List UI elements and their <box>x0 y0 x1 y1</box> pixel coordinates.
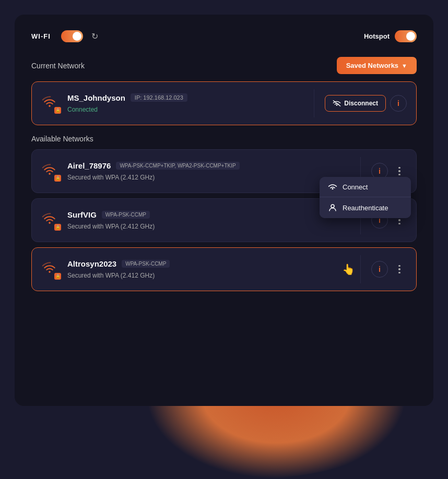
disconnect-label: Disconnect <box>344 100 378 107</box>
header-row: WI-FI ↻ Hotspot <box>31 30 417 42</box>
dot3 <box>398 272 400 274</box>
dot2 <box>398 268 400 270</box>
connect-label: Connect <box>343 183 368 191</box>
altrosyn-divider <box>360 255 361 283</box>
airel-dropdown-menu: Connect Reauthenticate <box>320 177 411 218</box>
airel-network-name: Airel_78976 <box>67 161 111 170</box>
current-network-title: Current Network <box>31 62 85 70</box>
dot1 <box>398 167 400 169</box>
altrosyn-security-badge: WPA-PSK-CCMP <box>122 260 170 268</box>
surfvig-wifi-icon-container: 🔒 <box>41 211 60 230</box>
altrosyn-info-icon: i <box>379 265 381 273</box>
altrosyn-network-actions: i <box>371 261 407 278</box>
svg-point-1 <box>331 205 334 208</box>
network-card-altrosyn: 🔒 Altrosyn2023 WPA-PSK-CCMP Secured with… <box>31 247 417 291</box>
connected-network-card: 🔒 MS_Johndyson IP: 192.168.12.023 Connec… <box>31 81 417 125</box>
connect-wifi-icon <box>328 183 337 191</box>
saved-networks-label: Saved Networks <box>346 62 398 69</box>
hotspot-label: Hotspot <box>364 32 390 40</box>
wifi-toggle[interactable] <box>61 30 83 42</box>
main-panel: WI-FI ↻ Hotspot Current Network Saved Ne… <box>15 15 433 406</box>
altrosyn-info-button[interactable]: i <box>371 261 388 278</box>
hotspot-toggle-group: Hotspot <box>364 30 417 42</box>
wifi-toggle-knob <box>73 32 81 41</box>
connected-network-name: MS_Johndyson <box>67 93 125 102</box>
wifi-toggle-group: WI-FI ↻ <box>31 30 98 42</box>
surfvig-name-row: SurfVIG WPA-PSK-CCMP <box>67 210 350 219</box>
airel-network-sub: Secured with WPA (2.412 GHz) <box>67 174 155 181</box>
card-divider <box>314 89 315 117</box>
surfvig-lock-badge: 🔒 <box>54 224 61 231</box>
wifi-label: WI-FI <box>31 32 51 40</box>
dot3 <box>398 174 400 176</box>
connected-wifi-icon-container: 🔒 <box>41 94 60 113</box>
altrosyn-network-name: Altrosyn2023 <box>67 259 116 268</box>
connected-network-status: Connected <box>67 106 98 113</box>
connected-network-ip: IP: 192.168.12.023 <box>131 93 187 102</box>
altrosyn-more-button[interactable] <box>392 262 407 277</box>
lock-badge: 🔒 <box>54 107 61 114</box>
connected-network-name-row: MS_Johndyson IP: 192.168.12.023 <box>67 93 303 102</box>
airel-info-icon: i <box>379 167 381 175</box>
available-networks-title: Available Networks <box>31 135 417 143</box>
chevron-down-icon: ▼ <box>402 63 407 69</box>
saved-networks-button[interactable]: Saved Networks ▼ <box>337 57 417 74</box>
disconnect-button[interactable]: Disconnect <box>325 95 386 112</box>
network-card-airel: 🔒 Airel_78976 WPA-PSK-CCMP+TKIP, WPA2-PS… <box>31 149 417 193</box>
airel-wifi-icon-container: 🔒 <box>41 162 60 181</box>
airel-network-info: Airel_78976 WPA-PSK-CCMP+TKIP, WPA2-PSK-… <box>67 161 350 182</box>
current-network-section-header: Current Network Saved Networks ▼ <box>31 57 417 74</box>
reauthenticate-menu-item[interactable]: Reauthenticate <box>320 197 411 218</box>
airel-more-button[interactable] <box>392 164 407 178</box>
surfvig-network-name: SurfVIG <box>67 210 97 219</box>
dot3 <box>398 223 400 225</box>
connected-info-button[interactable]: i <box>390 95 407 112</box>
surfvig-network-sub: Secured with WPA (2.412 GHz) <box>67 223 155 230</box>
reauthenticate-label: Reauthenticate <box>343 204 388 212</box>
thumbs-up-icon: 👆 <box>342 263 355 276</box>
surfvig-network-info: SurfVIG WPA-PSK-CCMP Secured with WPA (2… <box>67 210 350 231</box>
refresh-icon[interactable]: ↻ <box>91 31 98 41</box>
airel-name-row: Airel_78976 WPA-PSK-CCMP+TKIP, WPA2-PSK-… <box>67 161 350 170</box>
connected-network-info: MS_Johndyson IP: 192.168.12.023 Connecte… <box>67 93 303 114</box>
airel-lock-badge: 🔒 <box>54 175 61 182</box>
altrosyn-name-row: Altrosyn2023 WPA-PSK-CCMP <box>67 259 322 268</box>
connect-menu-item[interactable]: Connect <box>320 177 411 197</box>
altrosyn-wifi-icon-container: 🔒 <box>41 260 60 279</box>
altrosyn-network-sub: Secured with WPA (2.412 GHz) <box>67 272 155 279</box>
surfvig-security-badge: WPA-PSK-CCMP <box>102 211 150 219</box>
connected-network-actions: Disconnect i <box>325 95 407 112</box>
hotspot-toggle-knob <box>406 32 415 41</box>
disconnect-wifi-icon <box>333 100 341 107</box>
reauthenticate-icon <box>328 203 337 212</box>
dot2 <box>398 170 400 172</box>
altrosyn-network-info: Altrosyn2023 WPA-PSK-CCMP Secured with W… <box>67 259 322 280</box>
airel-security-badge: WPA-PSK-CCMP+TKIP, WPA2-PSK-CCMP+TKIP <box>116 162 239 170</box>
dot2 <box>398 219 400 221</box>
altrosyn-lock-badge: 🔒 <box>54 273 61 280</box>
hotspot-toggle[interactable] <box>395 30 417 42</box>
info-icon: i <box>397 99 399 107</box>
dot1 <box>398 265 400 267</box>
